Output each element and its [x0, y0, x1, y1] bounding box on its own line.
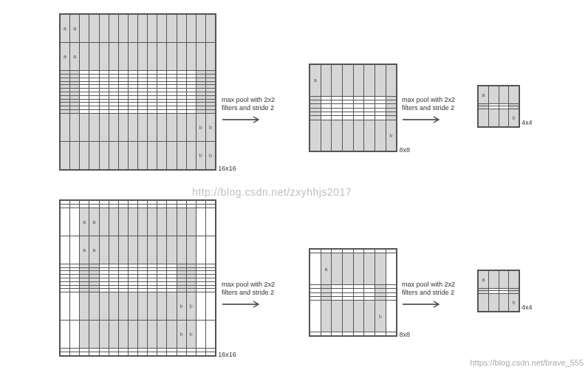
size-label-g4: 4x4 [522, 304, 533, 311]
arrow-right-icon [222, 116, 303, 123]
pool-operation-label: max pool with 2x2filters and stride 2 [222, 96, 303, 123]
grid-8x8: ab [309, 248, 397, 337]
arrow-right-icon [402, 116, 483, 123]
grid-16x16: aaaabbbb [59, 199, 216, 357]
arrow-right-icon [402, 301, 483, 308]
diagram-canvas: http://blog.csdn.net/zxyhhjs2017 https:/… [0, 0, 588, 370]
watermark-url-1: http://blog.csdn.net/zxyhhjs2017 [192, 186, 352, 198]
pool-operation-label: max pool with 2x2filters and stride 2 [222, 281, 303, 308]
size-label-g4: 4x4 [522, 119, 533, 126]
size-label-g16: 16x16 [218, 165, 236, 172]
size-label-g8: 8x8 [399, 146, 410, 154]
grid-4x4: ab [477, 85, 520, 128]
pool-operation-label: max pool with 2x2filters and stride 2 [402, 281, 483, 308]
grid-8x8: ab [309, 64, 397, 152]
grid-16x16: aaaabbbb [59, 13, 216, 171]
size-label-g8: 8x8 [399, 331, 410, 338]
watermark-url-2: https://blog.csdn.net/brave_555 [471, 358, 584, 367]
grid-4x4: ab [477, 270, 520, 312]
size-label-g16: 16x16 [218, 351, 236, 358]
pool-operation-label: max pool with 2x2filters and stride 2 [402, 96, 483, 123]
arrow-right-icon [222, 301, 303, 308]
